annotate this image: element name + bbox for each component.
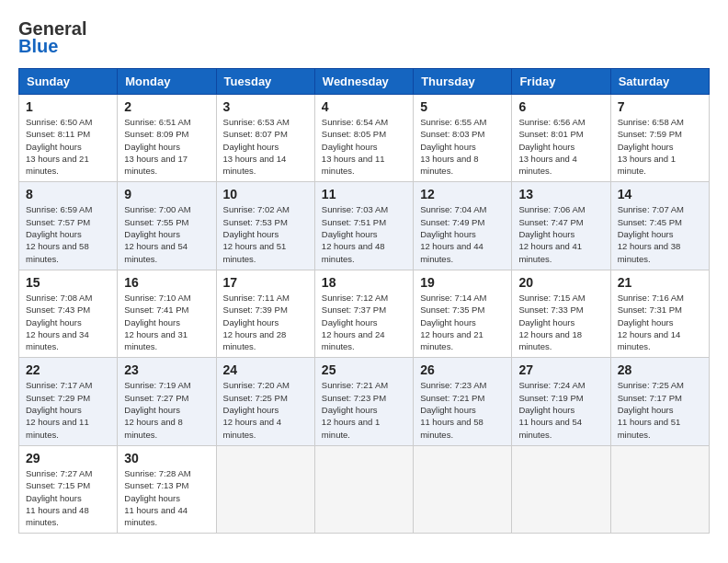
col-thursday: Thursday bbox=[414, 69, 512, 95]
calendar-cell bbox=[216, 445, 314, 533]
day-info: Sunrise: 6:54 AMSunset: 8:05 PMDaylight … bbox=[322, 116, 406, 177]
calendar-cell: 18Sunrise: 7:12 AMSunset: 7:37 PMDayligh… bbox=[314, 270, 413, 357]
day-info: Sunrise: 7:14 AMSunset: 7:35 PMDaylight … bbox=[420, 292, 505, 352]
day-number: 11 bbox=[322, 187, 406, 201]
calendar-cell: 22Sunrise: 7:17 AMSunset: 7:29 PMDayligh… bbox=[19, 358, 118, 445]
calendar-cell: 30Sunrise: 7:28 AMSunset: 7:13 PMDayligh… bbox=[118, 445, 216, 533]
day-number: 13 bbox=[518, 187, 603, 201]
col-friday: Friday bbox=[512, 69, 610, 95]
day-number: 24 bbox=[223, 362, 308, 377]
day-info: Sunrise: 6:50 AMSunset: 8:11 PMDaylight … bbox=[26, 116, 110, 177]
day-number: 20 bbox=[518, 275, 603, 290]
calendar-cell: 13Sunrise: 7:06 AMSunset: 7:47 PMDayligh… bbox=[512, 182, 610, 270]
day-info: Sunrise: 7:27 AMSunset: 7:15 PMDaylight … bbox=[26, 467, 110, 528]
week-row-1: 1Sunrise: 6:50 AMSunset: 8:11 PMDaylight… bbox=[19, 95, 710, 182]
day-info: Sunrise: 7:15 AMSunset: 7:33 PMDaylight … bbox=[518, 292, 603, 352]
week-row-4: 22Sunrise: 7:17 AMSunset: 7:29 PMDayligh… bbox=[19, 358, 710, 445]
day-info: Sunrise: 7:06 AMSunset: 7:47 PMDaylight … bbox=[518, 203, 603, 264]
day-number: 12 bbox=[420, 187, 505, 201]
calendar-cell: 15Sunrise: 7:08 AMSunset: 7:43 PMDayligh… bbox=[19, 270, 118, 357]
day-number: 19 bbox=[420, 275, 505, 290]
calendar-cell: 29Sunrise: 7:27 AMSunset: 7:15 PMDayligh… bbox=[19, 445, 118, 533]
calendar-cell: 26Sunrise: 7:23 AMSunset: 7:21 PMDayligh… bbox=[414, 358, 512, 445]
day-number: 28 bbox=[618, 362, 702, 377]
calendar-cell: 6Sunrise: 6:56 AMSunset: 8:01 PMDaylight… bbox=[512, 95, 610, 182]
calendar-cell: 3Sunrise: 6:53 AMSunset: 8:07 PMDaylight… bbox=[216, 95, 314, 182]
page-header: General Blue bbox=[18, 18, 710, 57]
col-wednesday: Wednesday bbox=[314, 69, 413, 95]
day-number: 21 bbox=[618, 275, 702, 290]
calendar-cell: 19Sunrise: 7:14 AMSunset: 7:35 PMDayligh… bbox=[414, 270, 512, 357]
day-info: Sunrise: 7:21 AMSunset: 7:23 PMDaylight … bbox=[322, 379, 406, 440]
calendar-header-row: Sunday Monday Tuesday Wednesday Thursday… bbox=[19, 69, 710, 95]
day-number: 9 bbox=[124, 187, 209, 201]
day-info: Sunrise: 7:11 AMSunset: 7:39 PMDaylight … bbox=[223, 292, 308, 352]
calendar-cell: 5Sunrise: 6:55 AMSunset: 8:03 PMDaylight… bbox=[414, 95, 512, 182]
day-info: Sunrise: 7:16 AMSunset: 7:31 PMDaylight … bbox=[618, 292, 702, 352]
calendar-cell: 27Sunrise: 7:24 AMSunset: 7:19 PMDayligh… bbox=[512, 358, 610, 445]
calendar-cell: 17Sunrise: 7:11 AMSunset: 7:39 PMDayligh… bbox=[216, 270, 314, 357]
day-info: Sunrise: 7:04 AMSunset: 7:49 PMDaylight … bbox=[420, 203, 505, 264]
calendar-cell: 11Sunrise: 7:03 AMSunset: 7:51 PMDayligh… bbox=[314, 182, 413, 270]
day-info: Sunrise: 6:56 AMSunset: 8:01 PMDaylight … bbox=[518, 116, 603, 177]
day-info: Sunrise: 6:53 AMSunset: 8:07 PMDaylight … bbox=[223, 116, 308, 177]
day-number: 6 bbox=[518, 99, 603, 114]
week-row-3: 15Sunrise: 7:08 AMSunset: 7:43 PMDayligh… bbox=[19, 270, 710, 357]
day-number: 15 bbox=[26, 275, 110, 290]
day-number: 7 bbox=[618, 99, 702, 114]
day-info: Sunrise: 7:00 AMSunset: 7:55 PMDaylight … bbox=[124, 203, 209, 264]
day-number: 4 bbox=[322, 99, 406, 114]
calendar-cell: 21Sunrise: 7:16 AMSunset: 7:31 PMDayligh… bbox=[610, 270, 709, 357]
day-info: Sunrise: 7:02 AMSunset: 7:53 PMDaylight … bbox=[223, 203, 308, 264]
day-number: 17 bbox=[223, 275, 308, 290]
day-info: Sunrise: 7:28 AMSunset: 7:13 PMDaylight … bbox=[124, 467, 209, 528]
calendar-cell: 4Sunrise: 6:54 AMSunset: 8:05 PMDaylight… bbox=[314, 95, 413, 182]
calendar-cell: 7Sunrise: 6:58 AMSunset: 7:59 PMDaylight… bbox=[610, 95, 709, 182]
day-info: Sunrise: 7:07 AMSunset: 7:45 PMDaylight … bbox=[618, 203, 702, 264]
day-info: Sunrise: 7:25 AMSunset: 7:17 PMDaylight … bbox=[618, 379, 702, 440]
day-number: 26 bbox=[420, 362, 505, 377]
calendar-cell: 16Sunrise: 7:10 AMSunset: 7:41 PMDayligh… bbox=[118, 270, 216, 357]
day-number: 18 bbox=[322, 275, 406, 290]
day-info: Sunrise: 7:23 AMSunset: 7:21 PMDaylight … bbox=[420, 379, 505, 440]
day-info: Sunrise: 6:59 AMSunset: 7:57 PMDaylight … bbox=[26, 203, 110, 264]
day-number: 23 bbox=[124, 362, 209, 377]
day-info: Sunrise: 7:24 AMSunset: 7:19 PMDaylight … bbox=[518, 379, 603, 440]
col-tuesday: Tuesday bbox=[216, 69, 314, 95]
calendar-table: Sunday Monday Tuesday Wednesday Thursday… bbox=[18, 68, 710, 534]
day-number: 25 bbox=[322, 362, 406, 377]
day-info: Sunrise: 7:19 AMSunset: 7:27 PMDaylight … bbox=[124, 379, 209, 440]
day-info: Sunrise: 7:08 AMSunset: 7:43 PMDaylight … bbox=[26, 292, 110, 352]
day-number: 3 bbox=[223, 99, 308, 114]
calendar-cell: 23Sunrise: 7:19 AMSunset: 7:27 PMDayligh… bbox=[118, 358, 216, 445]
day-info: Sunrise: 6:51 AMSunset: 8:09 PMDaylight … bbox=[124, 116, 209, 177]
calendar-cell: 24Sunrise: 7:20 AMSunset: 7:25 PMDayligh… bbox=[216, 358, 314, 445]
day-number: 1 bbox=[26, 99, 110, 114]
day-number: 10 bbox=[223, 187, 308, 201]
calendar-cell: 28Sunrise: 7:25 AMSunset: 7:17 PMDayligh… bbox=[610, 358, 709, 445]
day-info: Sunrise: 6:55 AMSunset: 8:03 PMDaylight … bbox=[420, 116, 505, 177]
calendar-cell: 12Sunrise: 7:04 AMSunset: 7:49 PMDayligh… bbox=[414, 182, 512, 270]
logo: General Blue bbox=[18, 18, 86, 57]
col-monday: Monday bbox=[118, 69, 216, 95]
calendar-cell: 10Sunrise: 7:02 AMSunset: 7:53 PMDayligh… bbox=[216, 182, 314, 270]
day-number: 22 bbox=[26, 362, 110, 377]
col-sunday: Sunday bbox=[19, 69, 118, 95]
week-row-5: 29Sunrise: 7:27 AMSunset: 7:15 PMDayligh… bbox=[19, 445, 710, 533]
calendar-cell bbox=[512, 445, 610, 533]
day-number: 27 bbox=[518, 362, 603, 377]
calendar-cell: 14Sunrise: 7:07 AMSunset: 7:45 PMDayligh… bbox=[610, 182, 709, 270]
calendar-cell: 25Sunrise: 7:21 AMSunset: 7:23 PMDayligh… bbox=[314, 358, 413, 445]
day-info: Sunrise: 7:20 AMSunset: 7:25 PMDaylight … bbox=[223, 379, 308, 440]
calendar-cell: 20Sunrise: 7:15 AMSunset: 7:33 PMDayligh… bbox=[512, 270, 610, 357]
day-number: 2 bbox=[124, 99, 209, 114]
calendar-cell: 9Sunrise: 7:00 AMSunset: 7:55 PMDaylight… bbox=[118, 182, 216, 270]
day-number: 5 bbox=[420, 99, 505, 114]
day-number: 16 bbox=[124, 275, 209, 290]
week-row-2: 8Sunrise: 6:59 AMSunset: 7:57 PMDaylight… bbox=[19, 182, 710, 270]
col-saturday: Saturday bbox=[610, 69, 709, 95]
day-info: Sunrise: 7:12 AMSunset: 7:37 PMDaylight … bbox=[322, 292, 406, 352]
day-number: 29 bbox=[26, 451, 110, 465]
calendar-cell bbox=[314, 445, 413, 533]
calendar-cell: 2Sunrise: 6:51 AMSunset: 8:09 PMDaylight… bbox=[118, 95, 216, 182]
